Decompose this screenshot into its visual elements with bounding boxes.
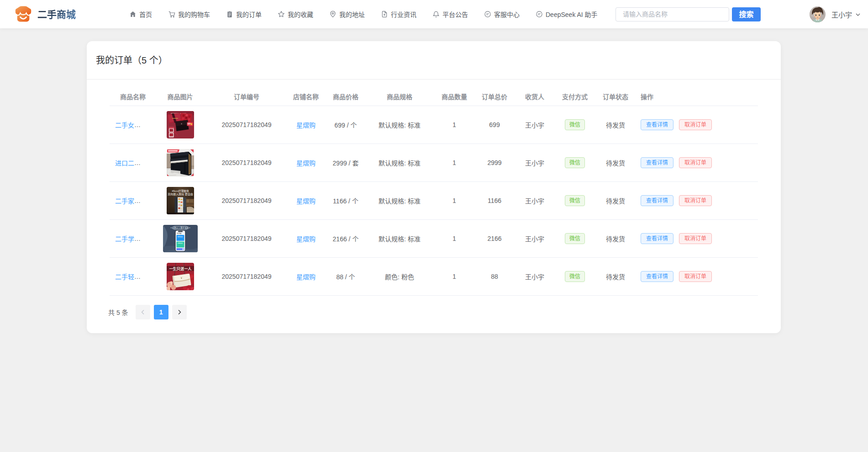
svg-text:话费充值: 话费充值 bbox=[177, 236, 182, 238]
svg-text:流量充值: 流量充值 bbox=[177, 242, 182, 244]
svg-text:45cm纤薄触体: 45cm纤薄触体 bbox=[172, 189, 189, 193]
svg-text:让数以入重步福近: 让数以入重步福近 bbox=[172, 226, 189, 229]
svg-text:天天福: 天天福 bbox=[177, 232, 182, 234]
svg-text:一生只送一人: 一生只送一人 bbox=[169, 266, 192, 271]
svg-text:双向嵌入厨房 更自由: 双向嵌入厨房 更自由 bbox=[168, 192, 193, 196]
